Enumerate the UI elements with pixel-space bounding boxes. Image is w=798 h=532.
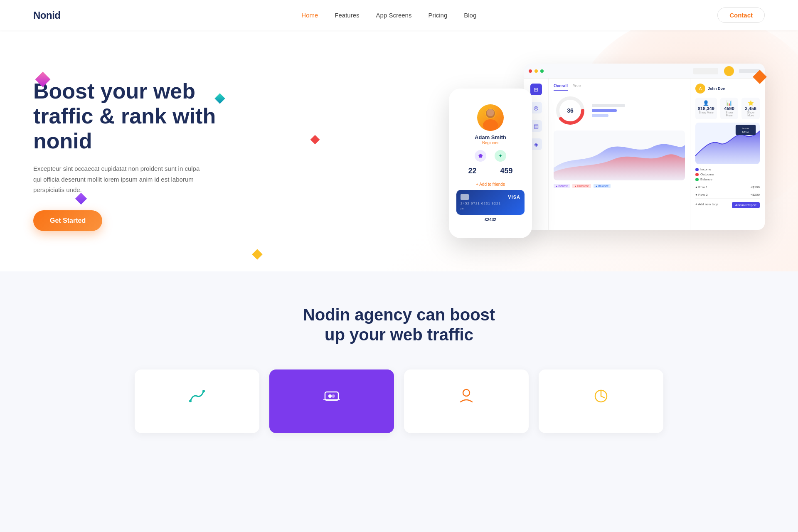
svg-rect-6 [736,125,756,135]
kpi-val-2: 4590 [723,106,736,111]
kpi-label-1: Show More [698,111,714,114]
kpi-val-3: 3,456 [744,106,757,111]
kpi-label-2: Show More [723,111,736,117]
svg-line-17 [601,396,604,398]
window-dot-yellow [534,69,538,73]
legend-label-outcome: Outcome [700,172,714,176]
phone-user-role: Beginner [482,140,499,145]
nav-blog[interactable]: Blog [464,12,476,19]
legend-item-income: Income [695,167,760,171]
feature-card-4 [539,369,663,433]
feature-icon-4 [549,386,653,410]
feature-card-2 [269,369,394,433]
sidebar-icon-active[interactable]: ⊞ [530,84,542,95]
phone-stat-1: 22 [468,167,476,175]
gauge-bar-1 [592,104,625,107]
dashboard-user-avatar: A [695,84,705,94]
nav-features[interactable]: Features [335,12,359,19]
kpi-val-1: $18,349 [698,106,714,111]
nav-links: Home Features App Screens Pricing Blog [301,12,476,19]
tag-1: ● Income [554,184,570,188]
svg-point-3 [487,109,494,116]
table-row-1: ● Row 1+$100 [695,184,760,191]
features-row [33,369,765,433]
legend-label-income: Income [700,167,711,171]
feature-card-1 [135,369,259,433]
svg-point-9 [189,400,192,402]
gauge-value: 36 [567,107,574,114]
kpi-icon-1: 👤 [698,100,714,106]
kpi-card-1: 👤 $18,349 Show More [695,98,717,119]
hero-description: Excepteur sint occaecat cupidatat non pr… [33,163,208,195]
window-dot-red [529,69,532,73]
get-started-button[interactable]: Get Started [33,210,102,231]
nav-pricing[interactable]: Pricing [428,12,447,19]
phone-visa-card: VISA 2452 6721 0231 9221 P/I [456,190,525,215]
legend-dot-income [695,168,699,171]
kpi-icon-3: ⭐ [744,100,757,106]
card-expiry: P/I [461,207,465,211]
dashboard-line-chart: Income $256.21 [695,123,760,164]
feature-icon-3 [414,386,519,410]
svg-text:Income: Income [742,128,749,130]
nav-home[interactable]: Home [301,12,318,19]
legend-item-outcome: Outcome [695,172,760,176]
kpi-card-2: 📊 4590 Show More [720,98,739,119]
phone-stat-2: 459 [500,167,512,175]
phone-mockup: Adam Smith Beginner ⬟ ✦ 22 459 + Add to … [449,89,532,238]
kpi-label-3: Show More [744,111,757,117]
tab-overall[interactable]: Overall [554,84,568,91]
contact-button[interactable]: Contact [717,7,765,23]
phone-icon-2[interactable]: ✦ [495,150,506,162]
legend-label-balance: Balance [700,177,712,181]
diamond-yellow-icon [252,249,262,259]
window-dot-green [540,69,544,73]
dashboard-user-info: A John Doe [695,84,760,94]
phone-user-name: Adam Smith [475,134,506,140]
dashboard-right-panel: A John Doe 👤 $18,349 Show More 📊 4590 Sh… [690,79,765,230]
phone-stat-2-num: 459 [500,167,512,175]
visa-logo: VISA [508,195,520,200]
phone-icon-1[interactable]: ⬟ [475,150,486,162]
dashboard-kpi-row: 👤 $18,349 Show More 📊 4590 Show More ⭐ 3… [695,98,760,119]
dashboard-user-name: John Doe [708,86,725,91]
feature-card-3 [404,369,529,433]
legend-item-balance: Balance [695,177,760,181]
phone-stat-1-num: 22 [468,167,476,175]
hero-content: Boost your web traffic & rank with nonid… [33,79,249,231]
feature-icon-1 [145,386,249,410]
hero-section: Boost your web traffic & rank with nonid… [0,30,798,271]
add-friends-link[interactable]: + Add to friends [476,182,505,187]
tab-year[interactable]: Year [573,84,581,91]
card-bottom: P/I [461,207,520,211]
svg-text:$256.21: $256.21 [742,131,749,133]
dashboard-mockup: ⊞ ◎ ▤ ◈ Overall Year [524,64,765,230]
annual-report-button[interactable]: Annual Report [732,202,760,208]
feature-icon-2 [279,386,384,410]
kpi-card-3: ⭐ 3,456 Show More [741,98,760,119]
phone-avatar [477,104,504,131]
tag-2: ● Outcome [572,184,591,188]
hero-mockups: Adam Smith Beginner ⬟ ✦ 22 459 + Add to … [249,64,765,238]
dashboard-tags: ● Income ● Outcome ● Balance [554,184,685,188]
features-section: Nodin agency can boostup your web traffi… [0,271,798,458]
tag-3: ● Balance [594,184,611,188]
dashboard-body: ⊞ ◎ ▤ ◈ Overall Year [524,79,765,230]
svg-point-10 [202,390,205,392]
table-row-3: + Add new tags Annual Report [695,199,760,210]
svg-point-12 [328,394,332,398]
phone-stats: 22 459 [456,167,525,175]
legend-dot-outcome [695,173,699,176]
gauge-bar-2 [592,109,617,112]
dashboard-area-chart [554,131,685,180]
dashboard-table: ● Row 1+$100 ● Row 2+$200 + Add new tags… [695,184,760,210]
nav-app-screens[interactable]: App Screens [376,12,412,19]
table-row-2: ● Row 2+$200 [695,191,760,199]
dashboard-main-area: Overall Year 36 [549,79,690,230]
dashboard-header [524,64,765,79]
brand-logo: Nonid [33,10,60,21]
navbar: Nonid Home Features App Screens Pricing … [0,0,798,30]
hero-headline: Boost your web traffic & rank with nonid [33,79,249,153]
card-number: 2452 6721 0231 9221 [461,202,520,205]
gauge-chart: 36 [554,94,587,127]
